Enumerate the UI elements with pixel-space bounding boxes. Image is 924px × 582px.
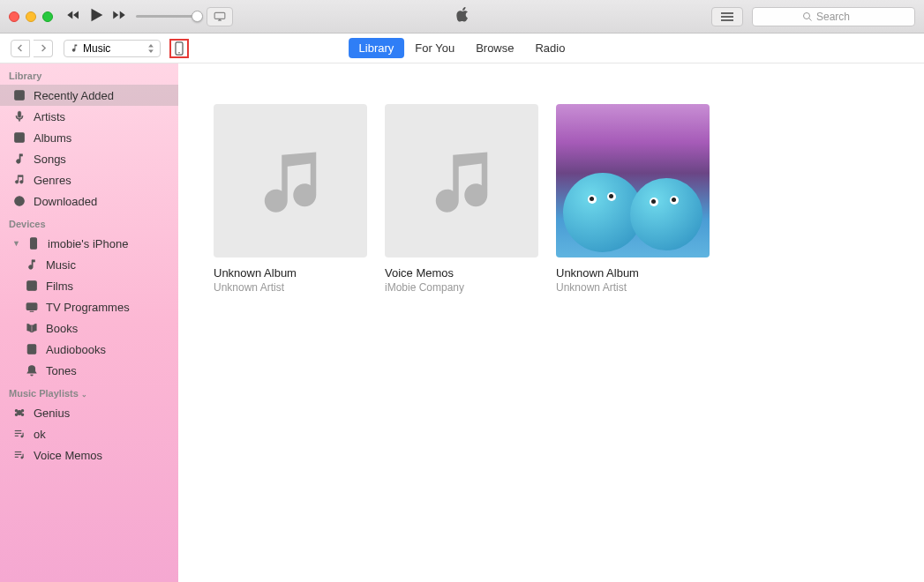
navbar: Music Library For You Browse Radio <box>0 34 924 63</box>
svg-rect-1 <box>721 12 733 14</box>
tab-for-you[interactable]: For You <box>404 38 465 58</box>
rewind-icon[interactable] <box>65 7 81 26</box>
search-field[interactable] <box>816 11 865 23</box>
genres-icon <box>12 173 26 187</box>
nav-left: Music <box>11 39 189 58</box>
sidebar-item-label: Books <box>46 322 78 335</box>
list-view-button[interactable] <box>711 7 743 26</box>
iphone-icon <box>26 236 41 250</box>
album-artist: iMobie Company <box>385 281 538 294</box>
chevron-down-icon: ⌄ <box>81 391 87 399</box>
sidebar-item-songs[interactable]: Songs <box>0 148 178 169</box>
svg-point-27 <box>21 414 23 415</box>
album-card[interactable]: Unknown Album Unknown Artist <box>214 104 367 294</box>
tab-browse[interactable]: Browse <box>465 38 524 58</box>
tab-radio[interactable]: Radio <box>524 38 575 58</box>
album-title: Unknown Album <box>556 266 710 280</box>
back-button[interactable] <box>11 40 30 57</box>
album-art-image <box>556 104 710 257</box>
svg-rect-2 <box>721 16 733 18</box>
svg-point-25 <box>21 410 23 412</box>
close-window-button[interactable] <box>9 11 19 22</box>
sidebar-item-label: Artists <box>34 110 65 123</box>
svg-rect-3 <box>721 19 733 21</box>
album-title: Unknown Album <box>214 266 367 280</box>
forward-icon[interactable] <box>111 7 127 26</box>
sidebar-header-devices: Devices <box>0 212 178 233</box>
book-icon <box>25 321 39 335</box>
album-artist: Unknown Artist <box>556 281 710 294</box>
svg-point-7 <box>178 52 180 54</box>
svg-point-23 <box>18 411 22 415</box>
sidebar-item-device-films[interactable]: Films <box>0 275 178 296</box>
sidebar-item-albums[interactable]: Albums <box>0 127 178 148</box>
sidebar-header-library: Library <box>0 63 178 85</box>
album-card[interactable]: Unknown Album Unknown Artist <box>556 104 710 294</box>
airplay-button[interactable] <box>207 7 233 26</box>
sidebar-item-downloaded[interactable]: Downloaded <box>0 190 178 212</box>
sidebar-item-label: Audiobooks <box>46 343 106 356</box>
sidebar-item-label: Films <box>46 280 73 293</box>
svg-point-24 <box>15 410 17 412</box>
sidebar-item-label: Downloaded <box>34 195 97 208</box>
minimize-window-button[interactable] <box>26 11 36 22</box>
sidebar-item-label: Tones <box>46 364 77 377</box>
sidebar-header-playlists[interactable]: Music Playlists ⌄ <box>0 381 178 402</box>
window-controls <box>9 11 53 22</box>
sidebar-item-label: Genres <box>34 174 71 187</box>
music-note-icon <box>427 146 496 215</box>
sidebar-item-label: Recently Added <box>34 89 114 102</box>
genius-icon <box>12 406 26 420</box>
play-icon[interactable] <box>86 5 106 28</box>
player-controls <box>65 5 127 28</box>
music-note-icon <box>25 257 39 272</box>
sidebar-item-device-audiobooks[interactable]: Audiobooks <box>0 339 178 360</box>
sidebar-item-label: imobie's iPhone <box>48 237 128 250</box>
sidebar-item-device-tv[interactable]: TV Programmes <box>0 296 178 317</box>
album-art-placeholder <box>385 104 538 257</box>
svg-line-5 <box>809 18 812 20</box>
search-icon <box>802 11 813 22</box>
playlist-icon <box>12 448 26 462</box>
body: Library Recently Added Artists Albums So… <box>0 63 924 582</box>
sidebar-item-device[interactable]: ▼ imobie's iPhone <box>0 233 178 254</box>
sidebar-item-genres[interactable]: Genres <box>0 169 178 190</box>
device-button[interactable] <box>169 39 189 58</box>
search-input[interactable] <box>752 7 915 26</box>
sidebar-item-device-music[interactable]: Music <box>0 254 178 275</box>
svg-point-4 <box>804 12 810 19</box>
sidebar-item-genius[interactable]: Genius <box>0 402 178 423</box>
album-icon <box>12 131 26 145</box>
maximize-window-button[interactable] <box>42 11 53 22</box>
recently-added-icon <box>12 88 26 102</box>
sidebar-item-recently-added[interactable]: Recently Added <box>0 85 178 106</box>
svg-rect-20 <box>26 303 37 310</box>
volume-slider[interactable] <box>136 14 198 19</box>
media-selector[interactable]: Music <box>64 40 161 57</box>
album-artist: Unknown Artist <box>214 281 367 294</box>
tv-icon <box>25 300 39 314</box>
sidebar-item-label: Albums <box>34 131 71 145</box>
sidebar-item-artists[interactable]: Artists <box>0 106 178 127</box>
audiobook-icon <box>25 342 39 356</box>
svg-point-12 <box>18 136 21 139</box>
tab-library[interactable]: Library <box>349 38 405 58</box>
music-note-icon <box>12 152 26 166</box>
sidebar-item-label: Voice Memos <box>34 449 102 462</box>
sidebar-item-device-books[interactable]: Books <box>0 317 178 339</box>
forward-button[interactable] <box>34 40 53 57</box>
sidebar-item-voice-memos[interactable]: Voice Memos <box>0 444 178 466</box>
microphone-icon <box>12 109 26 123</box>
download-icon <box>12 194 26 208</box>
sidebar-item-label: Songs <box>34 153 66 166</box>
sidebar-item-ok[interactable]: ok <box>0 423 178 444</box>
sidebar: Library Recently Added Artists Albums So… <box>0 63 178 582</box>
album-title: Voice Memos <box>385 266 538 280</box>
media-selector-label: Music <box>83 42 110 55</box>
playlist-icon <box>12 427 26 441</box>
sidebar-item-device-tones[interactable]: Tones <box>0 360 178 381</box>
sidebar-item-label: Genius <box>34 407 70 420</box>
album-card[interactable]: Voice Memos iMobie Company <box>385 104 538 294</box>
sidebar-item-label: Music <box>46 258 76 272</box>
chevron-updown-icon <box>147 44 154 53</box>
